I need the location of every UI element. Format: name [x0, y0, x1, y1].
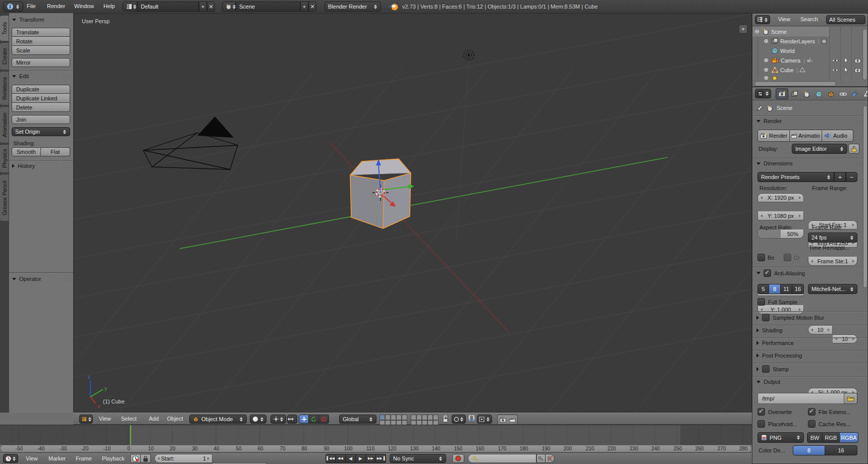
opengl-render-anim-button[interactable] [507, 415, 518, 425]
outliner-row-cube[interactable]: ⊕ Cube | [752, 65, 829, 75]
scene-field[interactable]: Scene [236, 2, 300, 12]
expand-expander-icon[interactable]: ⊕ [763, 57, 770, 64]
jump-to-end-button[interactable]: ▶▶▐ [376, 454, 386, 463]
panel-header-operator[interactable]: Operator [12, 276, 70, 282]
tab-tools[interactable]: Tools [0, 15, 9, 41]
pivot-point-select[interactable] [270, 415, 286, 424]
viewport-menu-select[interactable]: Select [118, 416, 140, 422]
outliner-menu-search[interactable]: Search [797, 16, 822, 22]
pin-icon[interactable] [756, 104, 763, 111]
motion-blur-checkbox[interactable] [762, 314, 770, 321]
tab-world[interactable] [813, 89, 825, 99]
tab-create[interactable]: Create [0, 42, 9, 70]
outliner-horizontal-scrollbar[interactable] [754, 81, 836, 86]
delete-keyframe-button[interactable] [546, 454, 555, 463]
visibility-eye-icon[interactable] [830, 65, 841, 75]
panel-header-performance[interactable]: Performance [756, 340, 863, 346]
camera-object[interactable] [143, 117, 238, 169]
snap-magnet-button[interactable] [468, 415, 475, 422]
cache-result-checkbox[interactable] [808, 420, 816, 428]
opengl-render-image-button[interactable] [497, 415, 508, 425]
display-select[interactable]: Image Editor [792, 144, 847, 154]
output-path-field[interactable]: /tmp/ [757, 393, 844, 404]
timeline-ruler-scrubber[interactable]: -50 -40 -30 -20 -10 0 10 20 30 40 50 60 … [0, 445, 752, 452]
crop-checkbox-row[interactable]: Cr [784, 254, 800, 261]
panel-header-transform[interactable]: Transform [12, 17, 70, 23]
panel-header-output[interactable]: Output [756, 379, 863, 385]
viewport-menu-view[interactable]: View [95, 416, 115, 422]
manipulator-rotate-button[interactable] [309, 415, 319, 424]
aa-samples-5[interactable]: 5 [757, 284, 769, 294]
scene-delete-button[interactable]: ✕ [308, 2, 316, 12]
stamp-checkbox[interactable] [762, 365, 770, 373]
panel-header-antialiasing[interactable]: Anti-Aliasing [756, 269, 863, 277]
keyingset-lock-button[interactable] [141, 454, 151, 463]
panel-header-stamp[interactable]: Stamp [756, 365, 863, 373]
panel-header-render[interactable]: Render [756, 118, 863, 124]
expand-expander-icon[interactable]: ⊕ [763, 67, 770, 73]
tab-animation[interactable]: Animation [0, 106, 9, 143]
timeline-menu-marker[interactable]: Marker [45, 455, 69, 461]
render-presets-select[interactable]: Render Presets [757, 172, 834, 182]
menu-help[interactable]: Help [100, 3, 119, 9]
depth-8-button[interactable]: 8 [793, 445, 825, 455]
current-frame-line[interactable] [130, 425, 131, 445]
menu-render[interactable]: Render [43, 3, 69, 9]
placeholders-checkbox[interactable] [757, 420, 765, 428]
border-checkbox[interactable] [757, 254, 765, 261]
overwrite-row[interactable]: Overwrite [757, 408, 792, 416]
prev-keyframe-button[interactable]: ◀◀ [336, 454, 346, 463]
panel-header-shading[interactable]: Shading [756, 327, 863, 333]
full-sample-checkbox[interactable] [757, 298, 765, 306]
channel-bw-button[interactable]: BW [807, 432, 823, 443]
file-extensions-checkbox[interactable] [808, 408, 816, 416]
preset-remove-button[interactable]: − [846, 172, 857, 182]
file-extensions-row[interactable]: File Extens... [808, 408, 851, 416]
menu-file[interactable]: File [23, 3, 39, 9]
renderability-camera-icon[interactable] [852, 65, 863, 75]
panel-header-history[interactable]: History [12, 163, 70, 169]
outliner-row-renderlayers[interactable]: ⊕ RenderLayers | [752, 36, 829, 46]
selectability-cursor-icon[interactable] [841, 65, 852, 75]
tab-constraints[interactable] [837, 89, 849, 99]
rotate-button[interactable]: Rotate [12, 37, 70, 46]
properties-region-expand-button[interactable]: + [739, 25, 747, 33]
scene-add-button[interactable]: + [300, 2, 308, 12]
viewport-editor-type-button[interactable] [79, 415, 93, 424]
proportional-edit-select[interactable] [452, 415, 466, 424]
preset-add-button[interactable]: + [834, 172, 846, 182]
tab-scene[interactable] [801, 89, 812, 99]
tab-render[interactable] [776, 88, 788, 99]
channel-rgba-button[interactable]: RGBA [840, 432, 858, 443]
overwrite-checkbox[interactable] [757, 408, 765, 416]
render-animation-button[interactable]: Animatio [790, 130, 822, 142]
timeline-editor-type-button[interactable] [3, 454, 18, 463]
viewport-menu-add[interactable]: Add [145, 416, 162, 422]
render-audio-button[interactable]: Audio [822, 130, 853, 142]
outliner-filter-select[interactable]: All Scenes [826, 15, 865, 24]
panel-header-motion-blur[interactable]: Sampled Motion Blur [756, 314, 863, 321]
resolution-percentage-slider[interactable]: 50% [757, 229, 804, 239]
render-image-button[interactable]: Render [757, 130, 790, 142]
resolution-y-field[interactable]: Y: 1080 px [757, 211, 804, 220]
mirror-button[interactable]: Mirror [12, 58, 70, 67]
selectability-cursor-icon[interactable] [841, 55, 852, 65]
channel-rgb-button[interactable]: RGB [823, 432, 840, 443]
delete-button[interactable]: Delete [12, 103, 70, 112]
outliner-row-scene[interactable]: ⊖ Scene [752, 27, 829, 36]
tab-object[interactable] [825, 89, 837, 99]
tab-physics[interactable]: Physics [0, 144, 9, 173]
properties-vertical-scrollbar[interactable] [863, 105, 867, 288]
full-sample-row[interactable]: Full Sample [757, 298, 797, 306]
screen-layout-browse-button[interactable] [123, 2, 137, 12]
timeline-strip[interactable] [0, 425, 752, 445]
tab-grease-pencil[interactable]: Grease Pencil [0, 174, 9, 221]
placeholders-row[interactable]: Placehold... [757, 420, 797, 428]
expand-expander-icon[interactable]: ⊕ [763, 38, 770, 44]
insert-keyframe-button[interactable] [536, 454, 546, 463]
crop-checkbox[interactable] [784, 254, 791, 261]
tab-relations[interactable]: Relations [0, 71, 9, 105]
aa-samples-8[interactable]: 8 [769, 284, 781, 294]
outliner-row-lamp-partial[interactable]: ⊕ [752, 75, 829, 81]
visibility-eye-icon[interactable] [830, 55, 841, 65]
